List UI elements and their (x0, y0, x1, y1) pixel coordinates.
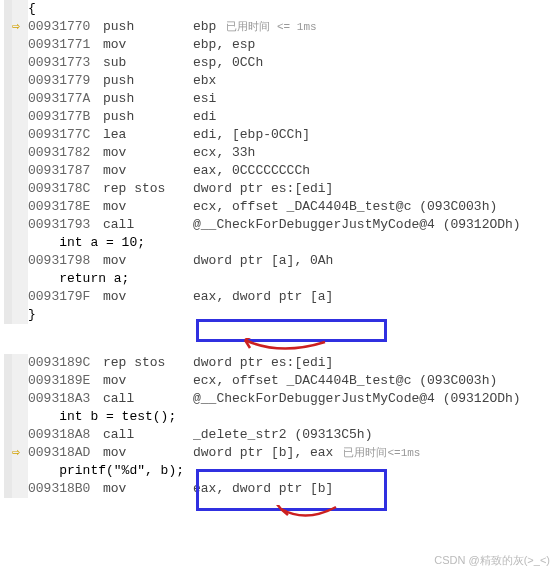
operands: edi (193, 109, 216, 124)
asm-instruction: 00931782movecx, 33h (28, 144, 255, 162)
mnemonic: lea (103, 126, 193, 144)
address: 009318AD (28, 444, 103, 462)
asm-line[interactable]: 0093189Crep stosdword ptr es:[edi] (0, 354, 558, 372)
mnemonic: mov (103, 144, 193, 162)
asm-line[interactable]: 009318A3call@__CheckForDebuggerJustMyCod… (0, 390, 558, 408)
gutter (4, 480, 28, 498)
operands: ebp (193, 19, 216, 34)
gutter (4, 216, 28, 234)
timing-hint: 已用时间<=1ms (343, 447, 420, 459)
asm-line[interactable]: 00931798movdword ptr [a], 0Ah (0, 252, 558, 270)
operands: esi (193, 91, 216, 106)
asm-instruction: 009318ADmovdword ptr [b], eax已用时间<=1ms (28, 444, 420, 462)
asm-instruction: 0093189Crep stosdword ptr es:[edi] (28, 354, 333, 372)
gutter (4, 0, 28, 18)
asm-line[interactable]: 00931782movecx, 33h (0, 144, 558, 162)
asm-instruction: 009318A3call@__CheckForDebuggerJustMyCod… (28, 390, 521, 408)
gutter (4, 36, 28, 54)
asm-line[interactable]: 00931773subesp, 0CCh (0, 54, 558, 72)
asm-line[interactable]: 0093177Cleaedi, [ebp-0CCh] (0, 126, 558, 144)
address: 0093178C (28, 180, 103, 198)
source-line: return a; (28, 270, 129, 288)
asm-line[interactable]: 00931779pushebx (0, 72, 558, 90)
address: 0093178E (28, 198, 103, 216)
address: 009318B0 (28, 480, 103, 498)
asm-line[interactable]: ⇨009318ADmovdword ptr [b], eax已用时间<=1ms (0, 444, 558, 462)
mnemonic: push (103, 18, 193, 36)
address: 00931773 (28, 54, 103, 72)
asm-instruction: 0093178Crep stosdword ptr es:[edi] (28, 180, 333, 198)
gutter (4, 462, 28, 480)
address: 009318A8 (28, 426, 103, 444)
asm-line[interactable]: 0093178Emovecx, offset _DAC4404B_test@c … (0, 198, 558, 216)
asm-line[interactable]: 0093177Apushesi (0, 90, 558, 108)
asm-line[interactable]: ⇨00931770pushebp已用时间 <= 1ms (0, 18, 558, 36)
address: 0093189C (28, 354, 103, 372)
asm-line[interactable]: 0093178Crep stosdword ptr es:[edi] (0, 180, 558, 198)
operands: dword ptr es:[edi] (193, 355, 333, 370)
gutter: ⇨ (4, 444, 28, 462)
gutter (4, 180, 28, 198)
operands: edi, [ebp-0CCh] (193, 127, 310, 142)
asm-line[interactable]: return a; (0, 270, 558, 288)
asm-line[interactable]: int b = test(); (0, 408, 558, 426)
operands: eax, dword ptr [b] (193, 481, 333, 496)
mnemonic: mov (103, 252, 193, 270)
asm-instruction: 0093179Fmoveax, dword ptr [a] (28, 288, 333, 306)
asm-line[interactable]: 0093179Fmoveax, dword ptr [a] (0, 288, 558, 306)
address: 00931793 (28, 216, 103, 234)
current-line-arrow-icon: ⇨ (12, 19, 20, 34)
source-line: printf("%d", b); (28, 462, 184, 480)
mnemonic: call (103, 390, 193, 408)
address: 00931771 (28, 36, 103, 54)
asm-instruction: 0093177Bpushedi (28, 108, 216, 126)
address: 0093177B (28, 108, 103, 126)
asm-instruction: 00931787moveax, 0CCCCCCCCh (28, 162, 310, 180)
asm-line[interactable]: } (0, 306, 558, 324)
operands: @__CheckForDebuggerJustMyCode@4 (09312OD… (193, 391, 521, 406)
mnemonic: push (103, 108, 193, 126)
operands: dword ptr [b], eax (193, 445, 333, 460)
operands: ecx, offset _DAC4404B_test@c (093C003h) (193, 373, 497, 388)
operands: @__CheckForDebuggerJustMyCode@4 (09312OD… (193, 217, 521, 232)
source-line: int a = 10; (28, 234, 145, 252)
asm-instruction: 0093178Emovecx, offset _DAC4404B_test@c … (28, 198, 497, 216)
asm-line[interactable]: 009318A8call_delete_str2 (09313C5h) (0, 426, 558, 444)
mnemonic: mov (103, 36, 193, 54)
asm-line[interactable]: 0093189Emovecx, offset _DAC4404B_test@c … (0, 372, 558, 390)
mnemonic: rep stos (103, 180, 193, 198)
gutter (4, 306, 28, 324)
asm-line[interactable]: printf("%d", b); (0, 462, 558, 480)
operands: dword ptr es:[edi] (193, 181, 333, 196)
gutter (4, 426, 28, 444)
mnemonic: push (103, 90, 193, 108)
timing-hint: 已用时间 <= 1ms (226, 21, 316, 33)
gutter (4, 126, 28, 144)
asm-line[interactable]: 00931793call@__CheckForDebuggerJustMyCod… (0, 216, 558, 234)
mnemonic: mov (103, 288, 193, 306)
gutter (4, 198, 28, 216)
address: 0093177A (28, 90, 103, 108)
gutter (4, 234, 28, 252)
asm-line[interactable]: 00931787moveax, 0CCCCCCCCh (0, 162, 558, 180)
gutter (4, 108, 28, 126)
gutter (4, 408, 28, 426)
address: 0093179F (28, 288, 103, 306)
address: 0093189E (28, 372, 103, 390)
address: 00931782 (28, 144, 103, 162)
operands: eax, 0CCCCCCCCh (193, 163, 310, 178)
gutter: ⇨ (4, 18, 28, 36)
current-line-arrow-icon: ⇨ (12, 445, 20, 460)
gutter (4, 252, 28, 270)
asm-line[interactable]: 0093177Bpushedi (0, 108, 558, 126)
asm-line[interactable]: 009318B0moveax, dword ptr [b] (0, 480, 558, 498)
operands: ecx, offset _DAC4404B_test@c (093C003h) (193, 199, 497, 214)
asm-line[interactable]: { (0, 0, 558, 18)
gutter (4, 162, 28, 180)
operands: ebx (193, 73, 216, 88)
address: 0093177C (28, 126, 103, 144)
asm-instruction: 00931770pushebp已用时间 <= 1ms (28, 18, 317, 36)
asm-line[interactable]: 00931771movebp, esp (0, 36, 558, 54)
asm-line[interactable]: int a = 10; (0, 234, 558, 252)
address: 00931779 (28, 72, 103, 90)
